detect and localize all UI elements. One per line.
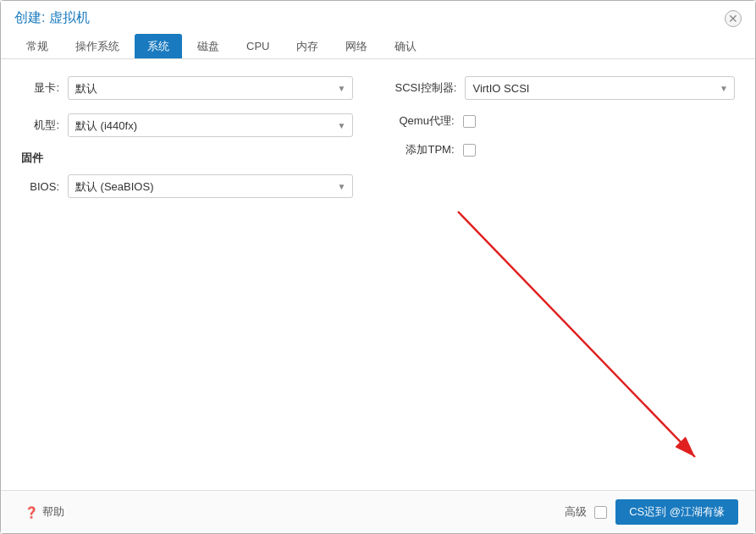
dialog-title: 创建: 虚拟机 (14, 9, 90, 27)
advanced-checkbox[interactable] (594, 506, 607, 519)
tab-cpu[interactable]: CPU (235, 36, 281, 57)
tabs-bar: 常规 操作系统 系统 磁盘 CPU 内存 网络 确认 (1, 27, 755, 59)
qemu-label: Qemu代理: (395, 113, 463, 129)
next-label: CS迟到 @江湖有缘 (629, 504, 725, 520)
help-button[interactable]: ❓ 帮助 (18, 501, 71, 523)
machine-row: 机型: 默认 (i440fx) ▼ (21, 113, 353, 137)
display-select-wrap: 默认 ▼ (68, 76, 353, 100)
bios-select[interactable]: 默认 (SeaBIOS) (68, 174, 353, 198)
tpm-label: 添加TPM: (395, 142, 463, 157)
footer-right: 高级 CS迟到 @江湖有缘 (565, 499, 738, 525)
tpm-checkbox[interactable] (463, 144, 476, 157)
close-button[interactable]: ✕ (725, 10, 742, 27)
footer: ❓ 帮助 高级 CS迟到 @江湖有缘 (1, 490, 755, 533)
scsi-label: SCSI控制器: (395, 80, 466, 96)
main-dialog: 创建: 虚拟机 ✕ 常规 操作系统 系统 磁盘 CPU 内存 网络 确认 显卡:… (0, 0, 756, 534)
bios-row: BIOS: 默认 (SeaBIOS) ▼ (21, 174, 353, 198)
qemu-row: Qemu代理: (395, 113, 736, 129)
tab-network[interactable]: 网络 (334, 35, 379, 58)
tab-memory[interactable]: 内存 (284, 35, 330, 58)
right-column: SCSI控制器: VirtIO SCSI ▼ Qemu代理: 添加TPM: (378, 76, 736, 473)
help-label: 帮助 (42, 504, 64, 520)
left-column: 显卡: 默认 ▼ 机型: 默认 (i440fx) ▼ (21, 76, 378, 473)
tab-system[interactable]: 系统 (135, 34, 182, 58)
advanced-label: 高级 (565, 504, 587, 520)
tab-disk[interactable]: 磁盘 (185, 35, 231, 58)
machine-select-wrap: 默认 (i440fx) ▼ (68, 113, 353, 137)
firmware-section-label: 固件 (21, 151, 353, 166)
scsi-row: SCSI控制器: VirtIO SCSI ▼ (395, 76, 736, 100)
content-area: 显卡: 默认 ▼ 机型: 默认 (i440fx) ▼ (1, 59, 755, 490)
advanced-area: 高级 (565, 504, 607, 520)
tab-confirm[interactable]: 确认 (383, 35, 428, 58)
machine-label: 机型: (21, 118, 68, 133)
display-label: 显卡: (21, 80, 68, 96)
title-bar: 创建: 虚拟机 ✕ (1, 1, 755, 27)
help-icon: ❓ (25, 506, 38, 519)
tab-os[interactable]: 操作系统 (63, 35, 131, 58)
display-select[interactable]: 默认 (68, 76, 353, 100)
tab-general[interactable]: 常规 (14, 35, 60, 58)
qemu-checkbox[interactable] (463, 115, 476, 128)
tpm-row: 添加TPM: (395, 142, 736, 157)
display-row: 显卡: 默认 ▼ (21, 76, 353, 100)
scsi-select[interactable]: VirtIO SCSI (465, 76, 735, 100)
bios-label: BIOS: (21, 180, 68, 193)
machine-select[interactable]: 默认 (i440fx) (68, 113, 353, 137)
scsi-select-wrap: VirtIO SCSI ▼ (465, 76, 735, 100)
next-button[interactable]: CS迟到 @江湖有缘 (615, 499, 738, 525)
bios-select-wrap: 默认 (SeaBIOS) ▼ (68, 174, 353, 198)
